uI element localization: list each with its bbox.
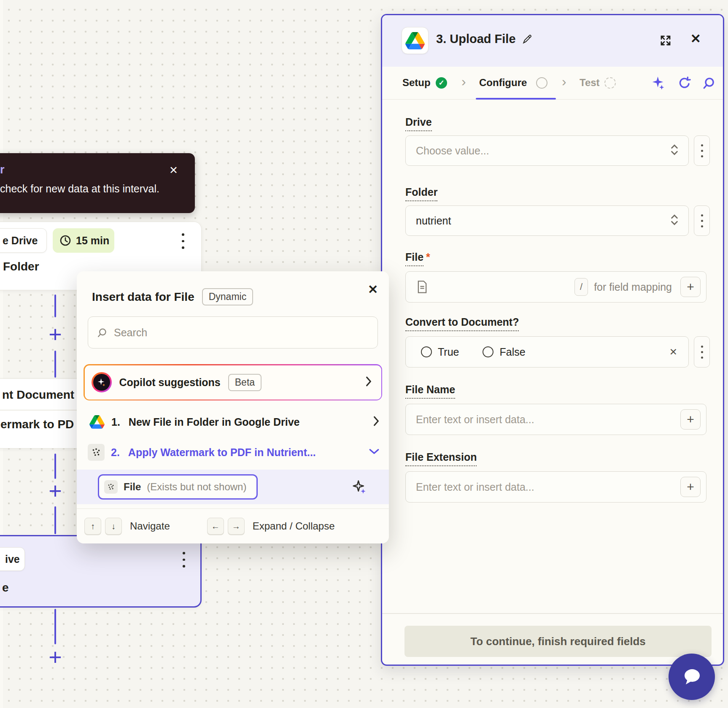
arrow-left-keycap[interactable]: ←: [207, 518, 224, 535]
file-extension-placeholder: Enter text or insert data...: [416, 481, 534, 493]
app-chip-google-drive: e Drive: [0, 228, 47, 253]
connector-line: [54, 351, 56, 378]
chevron-right-icon: ›: [562, 74, 566, 89]
select-updown-icon: [670, 213, 679, 228]
chevron-right-icon: [365, 376, 372, 389]
step1-label: New File in Folder in Google Drive: [129, 416, 300, 428]
tab-setup[interactable]: Setup: [402, 77, 431, 89]
refresh-icon[interactable]: [677, 76, 692, 90]
folder-field-menu-button[interactable]: [694, 205, 710, 236]
file-extension-field-label: File Extension: [405, 451, 477, 466]
radio-false-label: False: [499, 346, 525, 358]
data-source-step1-row[interactable]: 1. New File in Folder in Google Drive: [77, 409, 389, 435]
app-chip-label: e Drive: [3, 235, 38, 247]
file-name-field-label: File Name: [405, 384, 455, 399]
folder-select[interactable]: nutrient: [405, 205, 689, 236]
chevron-right-icon: [373, 416, 380, 428]
arrow-right-keycap[interactable]: →: [228, 518, 245, 535]
folder-select-value: nutrient: [416, 215, 451, 227]
dynamic-badge: Dynamic: [202, 288, 253, 305]
interval-label: 15 min: [76, 235, 109, 247]
app-chip-label: ive: [5, 553, 20, 565]
step3-card-menu-button[interactable]: [183, 552, 185, 567]
copilot-suggestions-row[interactable]: Copilot suggestions Beta: [84, 364, 382, 400]
tab-configure[interactable]: Configure: [479, 77, 527, 89]
continue-disabled-button[interactable]: To continue, finish required fields: [404, 626, 712, 657]
ai-sparkle-icon[interactable]: [352, 479, 367, 496]
convert-field-menu-button[interactable]: [694, 336, 710, 368]
modal-search-input[interactable]: [114, 327, 350, 339]
step2-label: Apply Watermark to PDF in Nutrient...: [128, 446, 316, 459]
copilot-icon: [92, 372, 112, 392]
add-step-button[interactable]: +: [44, 324, 66, 346]
file-name-input[interactable]: Enter text or insert data... +: [405, 404, 706, 435]
nutrient-app-icon: [88, 444, 105, 461]
step3-card-selected[interactable]: ive e: [0, 535, 202, 608]
copilot-label: Copilot suggestions: [119, 376, 221, 389]
beta-badge: Beta: [228, 374, 262, 391]
chevron-down-icon: [369, 448, 380, 457]
panel-footer-divider: [382, 613, 723, 614]
modal-title: Insert data for File: [92, 290, 194, 304]
tooltip-message: check for new data at this interval.: [0, 183, 159, 195]
step2-app-fragment: nt Document: [2, 388, 74, 402]
tab-test[interactable]: Test: [580, 77, 600, 89]
document-icon: [416, 280, 429, 294]
close-panel-icon[interactable]: ✕: [690, 31, 701, 46]
slash-keycap: /: [574, 278, 588, 296]
file-token-pill[interactable]: File (Exists but not shown): [98, 474, 258, 500]
expand-collapse-hint-label: Expand / Collapse: [253, 520, 335, 532]
polling-interval-chip[interactable]: 15 min: [53, 228, 114, 253]
convert-field-label: Convert to Document?: [405, 316, 519, 331]
drive-select[interactable]: Choose value...: [405, 135, 689, 166]
active-tab-underline: [476, 98, 556, 100]
test-pending-clock-icon: [604, 77, 616, 89]
search-step-icon[interactable]: [702, 76, 716, 90]
step3-title-fragment: e: [2, 581, 9, 595]
file-extension-input[interactable]: Enter text or insert data... +: [405, 471, 706, 503]
edit-pencil-icon[interactable]: [522, 34, 533, 45]
step-title: 3. Upload File: [436, 32, 516, 46]
drive-select-placeholder: Choose value...: [416, 145, 489, 157]
app-chip-google-drive: ive: [0, 547, 25, 571]
arrow-up-keycap[interactable]: ↑: [84, 518, 101, 535]
connector-line: [54, 295, 56, 317]
clear-selection-icon[interactable]: ✕: [669, 346, 677, 358]
radio-true[interactable]: [421, 346, 432, 357]
modal-search-box[interactable]: [88, 316, 378, 349]
radio-true-label: True: [438, 346, 459, 358]
folder-field-label: Folder: [405, 186, 437, 201]
add-step-button[interactable]: +: [44, 647, 66, 669]
add-step-button[interactable]: +: [44, 481, 66, 503]
insert-data-plus-button[interactable]: +: [680, 277, 701, 297]
data-source-step2-row[interactable]: 2. Apply Watermark to PDF in Nutrient...: [77, 438, 389, 466]
configure-status-circle-icon: [536, 77, 547, 89]
tooltip-close-icon[interactable]: ✕: [169, 164, 178, 176]
trigger-card-menu-button[interactable]: [182, 233, 184, 249]
expand-panel-icon[interactable]: [659, 34, 672, 49]
zap-editor-canvas: e Drive 15 min Folder + nt Document erma…: [0, 0, 728, 708]
modal-close-icon[interactable]: ✕: [368, 282, 378, 297]
trigger-card-title: Folder: [3, 260, 39, 273]
insert-data-plus-button[interactable]: +: [680, 409, 701, 430]
step1-number: 1.: [111, 416, 120, 428]
arrow-down-keycap[interactable]: ↓: [105, 518, 122, 535]
file-token-note: (Exists but not shown): [147, 481, 246, 493]
insert-data-modal: ✕ Insert data for File Dynamic: [77, 271, 389, 543]
navigate-hint-label: Navigate: [130, 520, 170, 532]
radio-false[interactable]: [483, 346, 493, 357]
chat-bubble-icon: [678, 663, 705, 690]
connector-line: [54, 609, 56, 644]
drive-field-menu-button[interactable]: [694, 135, 710, 166]
modal-keyboard-hint-bar: ↑ ↓ Navigate ← → Expand / Collapse: [77, 508, 389, 543]
file-input[interactable]: / for field mapping +: [405, 271, 706, 303]
select-updown-icon: [670, 143, 679, 158]
nutrient-app-icon: [104, 480, 118, 494]
chevron-right-icon: ›: [461, 74, 466, 89]
help-chat-button[interactable]: [669, 654, 715, 700]
ai-sparkle-icon[interactable]: [651, 76, 666, 90]
clock-icon: [59, 234, 72, 247]
tooltip-header-fragment: r: [0, 163, 5, 176]
google-drive-icon: [89, 415, 105, 429]
insert-data-plus-button[interactable]: +: [680, 477, 701, 497]
